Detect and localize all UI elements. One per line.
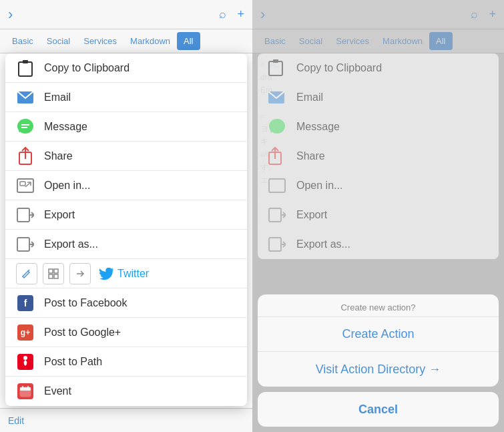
left-tab-bar: Basic Social Services Markdown All bbox=[0, 29, 252, 53]
svg-rect-10 bbox=[20, 182, 25, 186]
svg-rect-19 bbox=[49, 274, 53, 278]
right-copy-label: Copy to Clipboard bbox=[296, 62, 382, 74]
svg-rect-27 bbox=[269, 61, 282, 75]
pencil-icon-box[interactable] bbox=[16, 263, 37, 284]
arrow-icon-box[interactable] bbox=[69, 263, 91, 284]
menu-item-post-googleplus[interactable]: g+ Post to Google+ bbox=[5, 318, 247, 347]
facebook-icon-shape: f bbox=[17, 295, 33, 311]
menu-item-export-as[interactable]: Export as... bbox=[5, 230, 247, 259]
right-share-icon bbox=[268, 147, 287, 166]
left-chevron-icon[interactable]: › bbox=[8, 6, 13, 23]
menu-item-open-in[interactable]: Open in... bbox=[5, 171, 247, 200]
right-message-icon bbox=[268, 118, 287, 136]
create-action-button[interactable]: Create Action bbox=[258, 317, 499, 352]
copy-clipboard-label: Copy to Clipboard bbox=[44, 62, 130, 74]
action-sheet-title: Create new action? bbox=[258, 294, 499, 317]
grid-icon-box[interactable] bbox=[43, 263, 64, 284]
left-panel: › ⌕ + Basic Social Services Markdown All… bbox=[0, 0, 252, 432]
svg-rect-28 bbox=[273, 59, 278, 63]
message-icon bbox=[16, 118, 35, 136]
right-openin-label: Open in... bbox=[296, 180, 342, 192]
action-sheet: Create new action? Create Action Visit A… bbox=[252, 294, 504, 432]
open-in-label: Open in... bbox=[44, 180, 90, 192]
right-menu-open-in: Open in... bbox=[258, 171, 499, 200]
right-export-as-label: Export as... bbox=[296, 238, 350, 250]
svg-rect-34 bbox=[269, 179, 285, 192]
path-icon-shape bbox=[17, 354, 33, 370]
right-menu-export-as: Export as... bbox=[258, 230, 499, 259]
clipboard-icon bbox=[16, 59, 35, 77]
post-path-label: Post to Path bbox=[44, 356, 102, 368]
tab-social-left[interactable]: Social bbox=[40, 32, 77, 50]
menu-item-message[interactable]: Message bbox=[5, 112, 247, 142]
right-menu-export: Export bbox=[258, 200, 499, 230]
twitter-label: Twitter bbox=[117, 268, 149, 280]
right-message-label: Message bbox=[296, 121, 340, 133]
visit-directory-button[interactable]: Visit Action Directory → bbox=[258, 352, 499, 387]
left-topbar: › ⌕ + bbox=[0, 0, 252, 29]
right-clipboard-icon bbox=[268, 59, 287, 77]
export-icon bbox=[16, 206, 35, 224]
left-bottom-bar: Edit bbox=[0, 408, 252, 432]
svg-rect-1 bbox=[23, 60, 28, 63]
googleplus-icon: g+ bbox=[16, 323, 35, 342]
facebook-icon: f bbox=[16, 294, 35, 312]
share-icon bbox=[16, 147, 35, 166]
edit-label[interactable]: Edit bbox=[8, 415, 24, 426]
email-label: Email bbox=[44, 91, 71, 103]
menu-item-export[interactable]: Export bbox=[5, 200, 247, 230]
post-googleplus-label: Post to Google+ bbox=[44, 327, 121, 339]
post-facebook-label: Post to Facebook bbox=[44, 297, 128, 309]
svg-rect-14 bbox=[17, 238, 29, 251]
svg-rect-0 bbox=[19, 62, 32, 76]
email-icon bbox=[16, 88, 35, 107]
right-export-as-icon bbox=[268, 235, 287, 254]
svg-line-11 bbox=[25, 182, 31, 187]
right-menu-copy: Copy to Clipboard bbox=[258, 53, 499, 83]
svg-line-16 bbox=[28, 270, 29, 271]
menu-item-email[interactable]: Email bbox=[5, 83, 247, 112]
menu-item-tools-row: Twitter bbox=[5, 259, 247, 288]
export-label: Export bbox=[44, 209, 75, 221]
right-panel: › ⌕ + Basic Social Services Markdown All… bbox=[252, 0, 504, 432]
menu-item-share[interactable]: Share bbox=[5, 142, 247, 171]
tab-basic-left[interactable]: Basic bbox=[5, 32, 40, 50]
right-menu-email: Email bbox=[258, 83, 499, 112]
right-export-icon bbox=[268, 206, 287, 224]
right-menu-share: Share bbox=[258, 142, 499, 171]
svg-rect-12 bbox=[17, 208, 29, 222]
action-sheet-main: Create new action? Create Action Visit A… bbox=[258, 294, 499, 387]
export-as-icon bbox=[16, 235, 35, 254]
left-add-icon[interactable]: + bbox=[237, 7, 244, 21]
right-email-label: Email bbox=[296, 91, 323, 103]
left-action-menu: Copy to Clipboard Email Message bbox=[5, 53, 247, 406]
export-as-label: Export as... bbox=[44, 238, 98, 250]
left-search-icon[interactable]: ⌕ bbox=[219, 7, 226, 21]
svg-point-22 bbox=[23, 356, 27, 360]
svg-rect-35 bbox=[269, 208, 281, 222]
right-export-label: Export bbox=[296, 209, 327, 221]
googleplus-icon-shape: g+ bbox=[17, 325, 33, 341]
message-label: Message bbox=[44, 121, 87, 133]
svg-rect-20 bbox=[54, 274, 58, 278]
menu-item-event[interactable]: Event bbox=[5, 377, 247, 406]
right-share-label: Share bbox=[296, 150, 325, 162]
event-icon bbox=[16, 382, 35, 401]
event-label: Event bbox=[44, 385, 71, 397]
tab-all-left[interactable]: All bbox=[177, 32, 200, 50]
right-menu-message: Message bbox=[258, 112, 499, 142]
open-in-icon bbox=[16, 176, 35, 195]
menu-item-post-facebook[interactable]: f Post to Facebook bbox=[5, 288, 247, 318]
tab-services-left[interactable]: Services bbox=[77, 32, 123, 50]
menu-item-post-path[interactable]: Post to Path bbox=[5, 347, 247, 377]
twitter-menu-item[interactable]: Twitter bbox=[99, 268, 149, 280]
cancel-button[interactable]: Cancel bbox=[258, 392, 499, 427]
svg-rect-37 bbox=[269, 238, 281, 251]
share-label: Share bbox=[44, 150, 73, 162]
event-icon-shape bbox=[17, 383, 33, 399]
tab-markdown-left[interactable]: Markdown bbox=[123, 32, 177, 50]
menu-item-copy-clipboard[interactable]: Copy to Clipboard bbox=[5, 53, 247, 83]
right-email-icon bbox=[268, 88, 287, 107]
svg-rect-17 bbox=[49, 269, 53, 273]
svg-rect-24 bbox=[20, 387, 31, 391]
